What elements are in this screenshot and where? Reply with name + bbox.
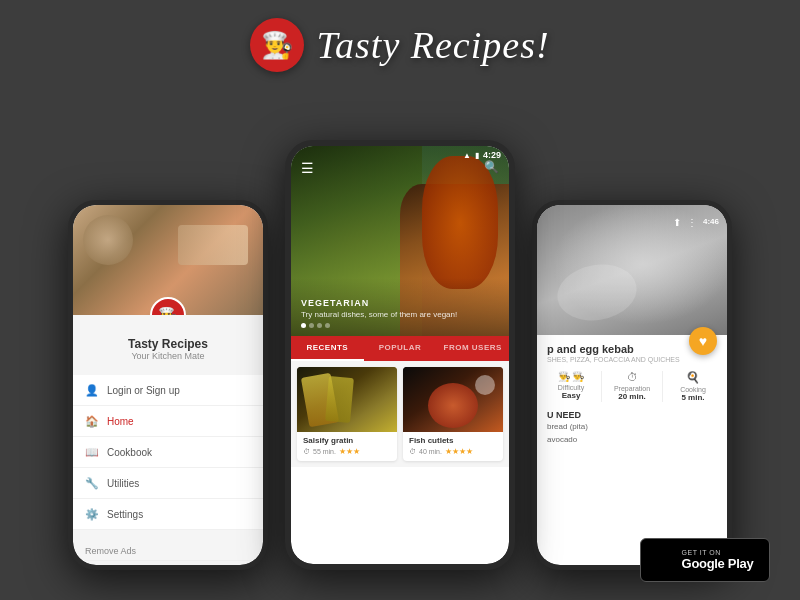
search-icon[interactable]: 🔍 <box>484 160 499 174</box>
recipes-grid: Salsify gratin ⏱ 55 min. ★★★ <box>291 361 509 467</box>
right-time: 4:46 <box>703 217 719 228</box>
menu-label-cookbook: Cookbook <box>107 447 152 458</box>
menu-label-utilities: Utilities <box>107 478 139 489</box>
store-name-label: Google Play <box>682 556 754 571</box>
right-phone-hero: ⬆ ⋮ 4:46 <box>537 205 727 335</box>
ingredient-1: bread (pita) <box>547 420 717 433</box>
cook-stat: 🍳 Cooking 5 min. <box>669 371 717 402</box>
menu-item-utilities[interactable]: 🔧 Utilities <box>73 468 263 499</box>
header: 👨‍🍳 Tasty Recipes! <box>0 0 800 82</box>
follow-us-link[interactable]: Follow Us <box>85 561 251 565</box>
ingredient-2: avocado <box>547 433 717 446</box>
phone-right-inner: ⬆ ⋮ 4:46 ♥ p and egg kebab SHES, PIZZA, … <box>537 205 727 565</box>
dot-3 <box>317 323 322 328</box>
menu-label-settings: Settings <box>107 509 143 520</box>
menu-item-home[interactable]: 🏠 Home <box>73 406 263 437</box>
stat-divider-1 <box>601 371 602 402</box>
hero-category-tag: VEGETARIAN <box>301 298 499 308</box>
recipe-card-2[interactable]: Fish cutlets ⏱ 40 min. ★★★★ <box>403 367 503 461</box>
center-status-bar: ▲ ▮ 4:29 <box>291 146 509 160</box>
recipe-card-2-body: Fish cutlets ⏱ 40 min. ★★★★ <box>403 432 503 461</box>
recipe-title-1: Salsify gratin <box>303 436 391 445</box>
favorite-button[interactable]: ♥ <box>689 327 717 355</box>
center-hero: ☰ 🔍 VEGETARIAN Try natural dishes, some … <box>291 146 509 336</box>
center-tabs: RECENTS POPULAR FROM USERS <box>291 336 509 361</box>
phones-container: 👨‍🍳 Tasty Recipes Your Kitchen Mate 👤 Lo… <box>0 90 800 600</box>
chef-avatar-icon: 👨‍🍳 <box>158 306 178 316</box>
bottom-links: Remove Ads Follow Us Support Tasty Recip… <box>73 536 263 565</box>
hamburger-icon[interactable]: ☰ <box>301 160 314 176</box>
heart-icon: ♥ <box>699 333 707 349</box>
share-icon: ⬆ <box>673 217 681 228</box>
phone-right: ⬆ ⋮ 4:46 ♥ p and egg kebab SHES, PIZZA, … <box>532 200 732 570</box>
dot-4 <box>325 323 330 328</box>
phone-center: ▲ ▮ 4:29 ☰ 🔍 VEGETARIAN Try natural dish… <box>285 140 515 570</box>
left-phone-hero-image: 👨‍🍳 <box>73 205 263 315</box>
get-it-on-label: GET IT ON <box>682 549 754 556</box>
center-time: 4:29 <box>483 150 501 160</box>
remove-ads-link[interactable]: Remove Ads <box>85 542 251 561</box>
difficulty-value: Easy <box>547 391 595 400</box>
phone-left: 👨‍🍳 Tasty Recipes Your Kitchen Mate 👤 Lo… <box>68 200 268 570</box>
dot-2 <box>309 323 314 328</box>
google-play-badge[interactable]: ▶ GET IT ON Google Play <box>640 538 770 582</box>
difficulty-label: Difficulty <box>547 384 595 391</box>
right-recipe-stats: 👨‍🍳 👨‍🍳 Difficulty Easy ⏱ Preparation 20… <box>547 371 717 402</box>
battery-icon: ▮ <box>475 151 479 160</box>
prep-value: 20 min. <box>608 392 656 401</box>
google-play-text: GET IT ON Google Play <box>682 549 754 571</box>
phone-center-inner: ▲ ▮ 4:29 ☰ 🔍 VEGETARIAN Try natural dish… <box>291 146 509 564</box>
prep-label: Preparation <box>608 385 656 392</box>
stat-divider-2 <box>662 371 663 402</box>
right-recipe-subtitle: SHES, PIZZA, FOCACCIA AND QUICHES <box>547 356 717 363</box>
ingredients-section: U NEED bread (pita) avocado <box>537 410 727 446</box>
recipe-stars-2: ★★★★ <box>445 447 473 456</box>
difficulty-stat: 👨‍🍳 👨‍🍳 Difficulty Easy <box>547 371 595 402</box>
left-app-name: Tasty Recipes <box>83 337 253 351</box>
cook-value: 5 min. <box>669 393 717 402</box>
more-icon: ⋮ <box>687 217 697 228</box>
menu-item-login[interactable]: 👤 Login or Sign up <box>73 375 263 406</box>
recipe-card-1[interactable]: Salsify gratin ⏱ 55 min. ★★★ <box>297 367 397 461</box>
tab-popular[interactable]: POPULAR <box>364 336 437 361</box>
cookbook-icon: 📖 <box>85 445 99 459</box>
menu-label-home: Home <box>107 416 134 427</box>
menu-item-cookbook[interactable]: 📖 Cookbook <box>73 437 263 468</box>
menu-label-login: Login or Sign up <box>107 385 180 396</box>
app-title: Tasty Recipes! <box>316 23 549 67</box>
recipe-title-2: Fish cutlets <box>409 436 497 445</box>
recipe-stars-1: ★★★ <box>339 447 360 456</box>
dot-1 <box>301 323 306 328</box>
hero-overlay: VEGETARIAN Try natural dishes, some of t… <box>291 278 509 336</box>
wifi-icon: ▲ <box>463 151 471 160</box>
cook-label: Cooking <box>669 386 717 393</box>
recipe-card-1-body: Salsify gratin ⏱ 55 min. ★★★ <box>297 432 397 461</box>
recipe-image-1 <box>297 367 397 432</box>
phone-left-inner: 👨‍🍳 Tasty Recipes Your Kitchen Mate 👤 Lo… <box>73 205 263 565</box>
clock-icon-1: ⏱ <box>303 448 310 455</box>
app-name-section: Tasty Recipes Your Kitchen Mate <box>73 315 263 369</box>
prep-stat: ⏱ Preparation 20 min. <box>608 371 656 402</box>
clock-icon-2: ⏱ <box>409 448 416 455</box>
google-play-icon: ▶ <box>657 547 674 573</box>
home-icon: 🏠 <box>85 414 99 428</box>
ingredients-title: U NEED <box>547 410 717 420</box>
recipe-meta-2: ⏱ 40 min. ★★★★ <box>409 447 497 456</box>
recipe-meta-1: ⏱ 55 min. ★★★ <box>303 447 391 456</box>
chef-avatar: 👨‍🍳 <box>150 297 186 315</box>
utilities-icon: 🔧 <box>85 476 99 490</box>
user-icon: 👤 <box>85 383 99 397</box>
recipe-time-1: 55 min. <box>313 448 336 455</box>
menu-item-settings[interactable]: ⚙️ Settings <box>73 499 263 530</box>
recipe-image-2 <box>403 367 503 432</box>
chef-icon: 👨‍🍳 <box>261 30 293 61</box>
tab-recents[interactable]: RECENTS <box>291 336 364 361</box>
settings-icon: ⚙️ <box>85 507 99 521</box>
left-app-subtitle: Your Kitchen Mate <box>83 351 253 361</box>
left-phone-menu: 👤 Login or Sign up 🏠 Home 📖 Cookbook 🔧 U… <box>73 375 263 530</box>
logo-circle: 👨‍🍳 <box>250 18 304 72</box>
hero-description: Try natural dishes, some of them are veg… <box>301 310 499 319</box>
hero-pagination-dots <box>301 323 499 328</box>
tab-from-users[interactable]: FROM USERS <box>436 336 509 361</box>
recipe-time-2: 40 min. <box>419 448 442 455</box>
